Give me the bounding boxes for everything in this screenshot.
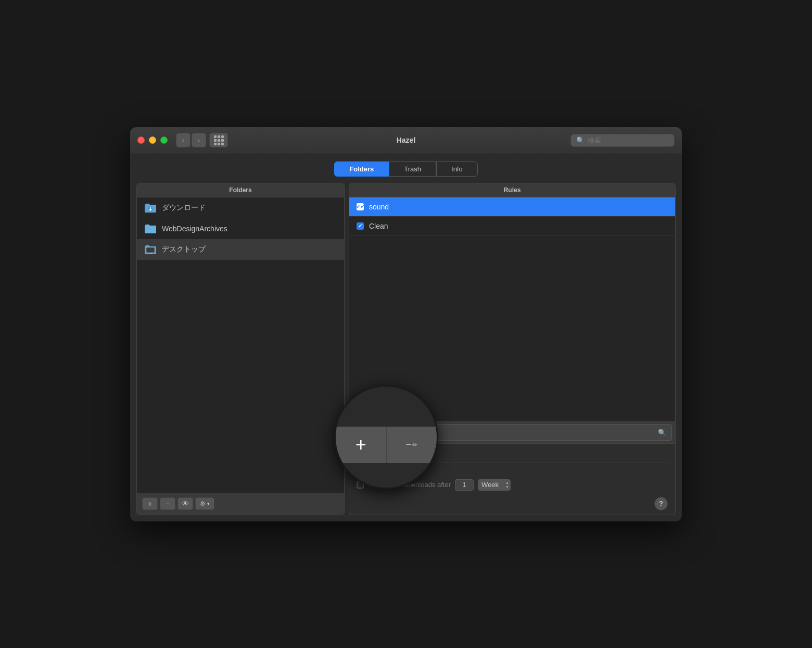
back-icon: ‹ [182,136,184,144]
folders-panel: Folders ダウンロード [136,183,345,515]
week-select[interactable]: Week Day Month [478,479,511,491]
folder-plain-icon [144,223,157,234]
folder-item[interactable]: ダウンロード [137,197,344,218]
traffic-lights [137,136,168,144]
folder-item[interactable]: WebDesignArchives [137,218,344,239]
remove-folder-button[interactable]: − [160,497,175,510]
window-title: Hazel [397,136,416,144]
svg-rect-1 [146,247,155,253]
magnify-add-button[interactable]: + [336,427,387,463]
grid-view-button[interactable] [209,133,228,147]
gear-icon: ⚙ [200,500,206,507]
grid-icon [214,135,224,145]
folder-name: デスクトップ [162,245,206,254]
plus-icon: + [148,500,152,508]
folder-desktop-icon [144,244,157,255]
tab-bar: Folders Trash Info [130,154,682,183]
rules-header: Rules [349,183,675,197]
preview-button[interactable]: 👁 [177,497,193,510]
svg-rect-2 [149,253,152,254]
rule-checkbox[interactable]: ✓ [357,203,364,210]
rule-name: Clean [369,222,388,230]
rule-name: sound [369,203,389,211]
folder-item[interactable]: デスクトップ [137,239,344,260]
back-button[interactable]: ‹ [176,133,191,147]
folder-name: ダウンロード [162,203,206,213]
rules-search-bar[interactable]: 🔍 [400,424,672,441]
week-stepper[interactable]: Week Day Month ▲ ▼ [478,479,511,491]
rules-search-icon: 🔍 [658,429,666,437]
search-bar[interactable]: 🔍 [570,134,675,147]
folder-list: ダウンロード WebDesignArchives [137,197,344,493]
eye-icon: 👁 [182,500,189,508]
magnify-edit-button[interactable]: − ✏ [387,427,437,463]
tab-info[interactable]: Info [436,161,478,177]
magnify-content: + − ✏ [336,427,437,463]
nav-buttons: ‹ › [176,133,206,147]
search-icon: 🔍 [576,136,585,144]
folder-download-icon [144,203,157,213]
rule-checkbox[interactable] [357,222,364,230]
folders-header: Folders [137,183,344,197]
incomplete-value-input[interactable] [455,479,474,491]
main-content: Folders ダウンロード [130,183,682,521]
minimize-button[interactable] [149,136,156,144]
magnify-overlay: + − ✏ [334,385,438,489]
folder-name: WebDesignArchives [162,225,227,233]
magnify-minus-icon: − [405,439,411,450]
hazel-window: ‹ › Hazel 🔍 Folders Trash Info Folders [130,127,682,521]
minus-icon: − [166,500,170,508]
gear-dropdown-arrow: ▾ [207,501,210,506]
folder-toolbar: + − 👁 ⚙ ▾ [137,493,344,515]
add-folder-button[interactable]: + [142,497,158,510]
tab-trash[interactable]: Trash [389,161,436,177]
close-button[interactable] [137,136,145,144]
forward-button[interactable]: › [192,133,206,147]
rules-search-input[interactable] [406,429,655,437]
rule-item[interactable]: Clean [349,217,675,236]
titlebar: ‹ › Hazel 🔍 [130,127,682,154]
search-input[interactable] [588,136,669,144]
forward-icon: › [198,136,200,144]
maximize-button[interactable] [160,136,168,144]
tab-folders[interactable]: Folders [334,161,389,177]
question-mark-icon: ? [659,500,663,507]
rule-item[interactable]: ✓ sound [349,197,675,217]
settings-button[interactable]: ⚙ ▾ [195,497,214,510]
magnify-pencil-icon: ✏ [412,441,417,448]
help-button[interactable]: ? [654,497,668,510]
magnify-plus-icon: + [356,434,366,456]
